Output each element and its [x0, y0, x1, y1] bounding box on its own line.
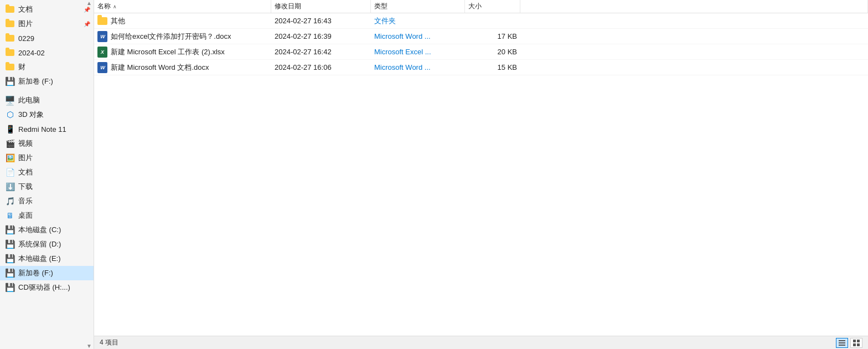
file-name-text: 其他 — [111, 16, 125, 26]
sidebar-item-label: 图片 — [18, 19, 33, 29]
pin-icon: 📌 — [84, 21, 90, 27]
scroll-down-arrow[interactable]: ▼ — [85, 343, 94, 349]
sidebar-item-label: 新加卷 (F:) — [18, 76, 53, 86]
view-detail-button[interactable] — [836, 338, 848, 348]
status-items-count: 4 项目 — [100, 338, 118, 347]
folder-pin-icon — [4, 6, 16, 13]
sidebar-item-downloads[interactable]: ⬇️下载 — [0, 179, 94, 194]
file-name-cell: W新建 Microsoft Word 文档.docx — [94, 60, 271, 75]
sidebar-item-label: 新加卷 (F:) — [18, 268, 53, 278]
sidebar-item-pictures2[interactable]: 🖼️图片 — [0, 151, 94, 165]
drive-icon: 💾 — [4, 239, 16, 249]
sidebar-item-desktop[interactable]: 🖥桌面 — [0, 208, 94, 223]
file-row[interactable]: 其他2024-02-27 16:43文件夹 — [94, 13, 868, 29]
col-header-name[interactable]: 名称 ∧ — [94, 0, 271, 13]
file-type-cell: Microsoft Word ... — [371, 29, 465, 44]
file-type-cell: Microsoft Excel ... — [371, 44, 465, 59]
col-name-label: 名称 — [97, 2, 111, 11]
file-row[interactable]: W如何给excel文件添加打开密码？.docx2024-02-27 16:39M… — [94, 29, 868, 44]
file-size-cell: 15 KB — [465, 60, 520, 75]
sidebar-item-label: 此电脑 — [18, 95, 40, 105]
col-header-rest — [520, 0, 868, 13]
sidebar-item-documents2[interactable]: 📄文档 — [0, 165, 94, 179]
drive-icon: 💾 — [4, 76, 16, 86]
sort-arrow-name: ∧ — [113, 4, 117, 9]
sidebar-item-videos[interactable]: 🎬视频 — [0, 136, 94, 151]
folder-icon — [4, 35, 16, 42]
col-header-date[interactable]: 修改日期 — [271, 0, 371, 13]
col-header-type[interactable]: 类型 — [371, 0, 465, 13]
sidebar-item-redmi-note-11[interactable]: 📱Redmi Note 11 — [0, 122, 94, 136]
sidebar-item-label: 3D 对象 — [18, 110, 44, 120]
drive-icon: 💾 — [4, 268, 16, 278]
sidebar-item-folder-2024-02[interactable]: 2024-02 — [0, 45, 94, 60]
scroll-up-arrow[interactable]: ▲ — [85, 0, 94, 6]
file-date-cell: 2024-02-27 16:43 — [271, 13, 371, 28]
drive-icon: 💾 — [4, 254, 16, 264]
view-large-icon — [852, 339, 860, 347]
sidebar-item-label: 桌面 — [18, 211, 33, 220]
col-type-label: 类型 — [374, 2, 388, 11]
file-date-cell: 2024-02-27 16:06 — [271, 60, 371, 75]
file-size-cell: 20 KB — [465, 44, 520, 59]
sidebar-item-label: 图片 — [18, 153, 33, 163]
sidebar-item-label: 文档 — [18, 167, 33, 177]
sidebar-item-folder-0229[interactable]: 0229 — [0, 31, 94, 45]
drive-icon: 💾 — [4, 225, 16, 235]
status-right — [836, 338, 862, 348]
col-size-label: 大小 — [468, 2, 482, 11]
sidebar-item-documents[interactable]: 文档📌 — [0, 2, 94, 17]
file-rest-cell — [520, 44, 868, 59]
sidebar-item-cd-drive[interactable]: 💾CD驱动器 (H:...) — [0, 280, 94, 295]
file-size-cell: 17 KB — [465, 29, 520, 44]
status-bar: 4 项目 — [94, 336, 868, 349]
file-type-cell: Microsoft Word ... — [371, 60, 465, 75]
col-header-size[interactable]: 大小 — [465, 0, 520, 13]
sidebar-item-new-f[interactable]: 💾新加卷 (F:) — [0, 266, 94, 280]
file-date-cell: 2024-02-27 16:39 — [271, 29, 371, 44]
column-header: 名称 ∧ 修改日期 类型 大小 — [94, 0, 868, 13]
file-row[interactable]: X新建 Microsoft Excel 工作表 (2).xlsx2024-02-… — [94, 44, 868, 60]
folder-icon — [4, 64, 16, 70]
main-panel: 名称 ∧ 修改日期 类型 大小 其他2024-02-27 16:43文件夹W如何… — [94, 0, 868, 349]
sidebar-item-label: 文档 — [18, 4, 33, 14]
sidebar: ▲ 文档📌图片📌02292024-02财💾新加卷 (F:)🖥️此电脑⬡3D 对象… — [0, 0, 94, 349]
sidebar-item-pictures[interactable]: 图片📌 — [0, 17, 94, 31]
dl-icon: ⬇️ — [4, 182, 16, 191]
view-large-button[interactable] — [850, 338, 862, 348]
svg-rect-2 — [839, 345, 845, 346]
phone-icon: 📱 — [4, 125, 16, 134]
file-rest-cell — [520, 13, 868, 28]
sidebar-item-this-pc[interactable]: 🖥️此电脑 — [0, 93, 94, 107]
pin-icon: 📌 — [84, 7, 90, 13]
word-icon: W — [97, 31, 107, 42]
file-date-cell: 2024-02-27 16:42 — [271, 44, 371, 59]
sidebar-item-label: 系统保留 (D:) — [18, 239, 61, 249]
3d-icon: ⬡ — [4, 110, 16, 120]
file-name-text: 如何给excel文件添加打开密码？.docx — [111, 32, 231, 42]
sidebar-item-label: 视频 — [18, 138, 33, 148]
file-name-cell: W如何给excel文件添加打开密码？.docx — [94, 29, 271, 44]
file-name-text: 新建 Microsoft Word 文档.docx — [111, 63, 209, 73]
desktop-icon: 🖥 — [4, 211, 16, 220]
file-size-cell — [465, 13, 520, 28]
svg-rect-5 — [853, 343, 856, 346]
excel-icon: X — [97, 47, 107, 58]
sidebar-item-3d-objects[interactable]: ⬡3D 对象 — [0, 107, 94, 122]
sidebar-item-music[interactable]: 🎵音乐 — [0, 194, 94, 208]
sidebar-item-label: 0229 — [18, 34, 34, 43]
sidebar-item-folder-cai[interactable]: 财 — [0, 60, 94, 74]
sidebar-item-local-e[interactable]: 💾本地磁盘 (E:) — [0, 252, 94, 266]
file-name-cell: X新建 Microsoft Excel 工作表 (2).xlsx — [94, 44, 271, 59]
svg-rect-1 — [839, 342, 845, 343]
file-row[interactable]: W新建 Microsoft Word 文档.docx2024-02-27 16:… — [94, 60, 868, 75]
col-date-label: 修改日期 — [275, 2, 301, 11]
pic-icon: 🖼️ — [4, 153, 16, 162]
sidebar-item-system-d[interactable]: 💾系统保留 (D:) — [0, 237, 94, 252]
sidebar-item-drive-f[interactable]: 💾新加卷 (F:) — [0, 74, 94, 89]
file-rest-cell — [520, 29, 868, 44]
sidebar-item-local-c[interactable]: 💾本地磁盘 (C:) — [0, 223, 94, 237]
view-detail-icon — [838, 339, 846, 347]
file-name-cell: 其他 — [94, 13, 271, 28]
file-type-cell: 文件夹 — [371, 13, 465, 28]
